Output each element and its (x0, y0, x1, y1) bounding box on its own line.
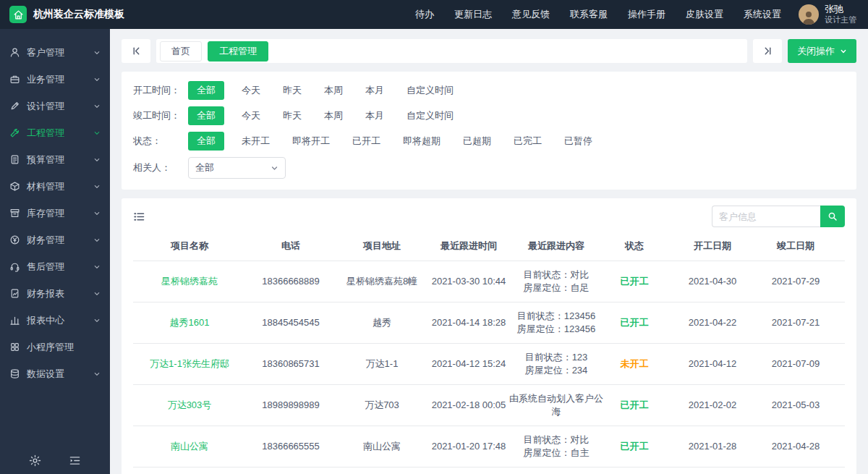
filter-option-finish-time[interactable]: 自定义时间 (405, 106, 455, 125)
column-list-icon[interactable] (133, 211, 145, 223)
sidebar-item-design[interactable]: 设计管理 (0, 93, 110, 119)
column-header: 最近跟进内容 (509, 232, 603, 261)
close-operations-button[interactable]: 关闭操作 (788, 39, 856, 63)
address-cell: 越秀 (336, 302, 428, 343)
sidebar-item-finance-reports[interactable]: 财务报表 (0, 280, 110, 307)
filter-option-start-time[interactable]: 今天 (240, 81, 262, 100)
filter-option-status[interactable]: 即将超期 (401, 132, 442, 151)
filter-option-finish-time[interactable]: 全部 (188, 106, 224, 125)
app-header: 杭州装企云标准模板 待办更新日志意见反馈联系客服操作手册皮肤设置系统设置 张驰 … (0, 0, 868, 29)
sidebar-item-finance[interactable]: 财务管理 (0, 227, 110, 253)
app-logo-icon (9, 6, 27, 23)
filter-option-status[interactable]: 已超期 (461, 132, 493, 151)
nav-item-system-settings[interactable]: 系统设置 (744, 8, 781, 21)
table-row: 南山公寓18366665555南山公寓2021-01-20 17:48目前状态：… (133, 426, 845, 467)
user-menu[interactable]: 张驰 设计主管 (799, 4, 856, 25)
phone-cell: 18360865731 (246, 343, 336, 384)
sidebar-item-engineering[interactable]: 工程管理 (0, 119, 110, 146)
filter-option-finish-time[interactable]: 本周 (323, 106, 344, 125)
filter-option-status[interactable]: 已开工 (351, 132, 382, 151)
filter-option-start-time[interactable]: 本月 (364, 81, 386, 100)
filter-label-finish-time: 竣工时间： (133, 109, 188, 122)
start-date-cell: 2021-01-28 (665, 426, 760, 467)
sidebar-item-label: 工程管理 (27, 127, 64, 140)
filter-option-status[interactable]: 已完工 (512, 132, 543, 151)
filter-option-finish-time[interactable]: 昨天 (281, 106, 303, 125)
sidebar-item-inventory[interactable]: 库存管理 (0, 200, 110, 227)
project-name-link[interactable]: 越秀1601 (170, 317, 210, 328)
collapse-sidebar-icon[interactable] (69, 454, 81, 467)
user-role: 设计主管 (825, 15, 856, 25)
filter-option-finish-time[interactable]: 今天 (240, 106, 262, 125)
sidebar-item-label: 报表中心 (27, 314, 64, 327)
sidebar-item-label: 预算管理 (27, 153, 64, 166)
filter-option-start-time[interactable]: 自定义时间 (405, 81, 455, 100)
settings-gear-icon[interactable] (29, 454, 41, 467)
follow-time-cell: 2021-04-12 15:24 (428, 343, 509, 384)
start-date-cell: 2021-04-12 (665, 343, 760, 384)
inventory-icon (9, 208, 20, 219)
chevron-down-icon (93, 371, 101, 378)
sidebar-item-label: 售后管理 (27, 261, 64, 274)
filter-option-start-time[interactable]: 昨天 (281, 81, 303, 100)
tab-home[interactable]: 首页 (160, 41, 202, 62)
business-icon (9, 74, 20, 85)
project-name-link[interactable]: 万达1-1张先生府邸 (150, 358, 229, 369)
table-row: 万达303号18989898989万达7032021-02-18 00:05由系… (133, 384, 845, 426)
filter-option-start-time[interactable]: 全部 (188, 81, 224, 100)
phone-cell: 18989898989 (246, 384, 336, 426)
sidebar-footer (0, 454, 110, 467)
search-button[interactable] (820, 206, 845, 227)
tab-engineering[interactable]: 工程管理 (208, 41, 268, 62)
end-date-cell: 2021-07-29 (760, 261, 832, 302)
sidebar-item-budget[interactable]: 预算管理 (0, 146, 110, 173)
close-operations-label: 关闭操作 (797, 45, 835, 58)
nav-item-feedback[interactable]: 意见反馈 (512, 8, 550, 21)
start-date-cell: 2021-02-02 (665, 384, 760, 426)
filter-option-finish-time[interactable]: 本月 (364, 106, 386, 125)
project-name-link[interactable]: 万达303号 (168, 399, 212, 410)
sidebar-item-label: 数据设置 (27, 368, 64, 381)
filter-option-status[interactable]: 未开工 (240, 132, 271, 151)
nav-item-support[interactable]: 联系客服 (570, 8, 608, 21)
column-header: 最近跟进时间 (428, 232, 509, 261)
filter-option-status[interactable]: 全部 (188, 132, 224, 151)
chevron-down-icon (93, 49, 101, 56)
actual-start-date-cell (832, 426, 845, 467)
search-input[interactable] (712, 206, 820, 227)
filter-label-related-person: 相关人： (133, 161, 188, 174)
scroll-tabs-right-icon[interactable] (753, 39, 782, 63)
user-text: 张驰 设计主管 (825, 4, 856, 25)
table-scroll-area[interactable]: 项目名称电话项目地址最近跟进时间最近跟进内容状态开工日期竣工日期实际开工日期 星… (133, 232, 845, 474)
sidebar-item-customers[interactable]: 客户管理 (0, 39, 110, 66)
search-group (712, 206, 845, 227)
filter-row-status: 状态：全部未开工即将开工已开工即将超期已超期已完工已暂停 (133, 132, 845, 151)
nav-item-changelog[interactable]: 更新日志 (454, 8, 492, 21)
follow-content-cell: 目前状态：对比房屋定位：自足 (509, 261, 603, 302)
sidebar-item-label: 客户管理 (27, 46, 64, 59)
sidebar-item-data-settings[interactable]: 数据设置 (0, 360, 110, 387)
sidebar-item-label: 材料管理 (27, 180, 64, 193)
nav-item-manual[interactable]: 操作手册 (628, 8, 665, 21)
sidebar-item-mini-program[interactable]: 小程序管理 (0, 334, 110, 360)
sidebar-item-report-center[interactable]: 报表中心 (0, 307, 110, 334)
filter-label-start-time: 开工时间： (133, 84, 188, 97)
sidebar-item-aftersale[interactable]: 售后管理 (0, 253, 110, 280)
nav-item-todo[interactable]: 待办 (415, 8, 434, 21)
follow-content-cell: 目前状态：123房屋定位：234 (509, 343, 603, 384)
related-person-select[interactable]: 全部 (188, 157, 286, 179)
sidebar-item-materials[interactable]: 材料管理 (0, 173, 110, 200)
filter-option-status[interactable]: 即将开工 (291, 132, 331, 151)
related-person-value: 全部 (195, 161, 214, 174)
sidebar-item-business[interactable]: 业务管理 (0, 66, 110, 93)
nav-item-skin-settings[interactable]: 皮肤设置 (686, 8, 723, 21)
scroll-tabs-left-icon[interactable] (122, 39, 150, 63)
project-name-link[interactable]: 星桥锦绣嘉苑 (161, 276, 218, 287)
filter-option-status[interactable]: 已暂停 (563, 132, 594, 151)
budget-icon (9, 154, 20, 165)
project-name-link[interactable]: 南山公寓 (171, 441, 208, 452)
status-badge: 已开工 (621, 276, 649, 287)
start-date-cell: 2021-04-22 (665, 302, 760, 343)
filter-option-start-time[interactable]: 本周 (323, 81, 344, 100)
address-cell: 星桥锦绣嘉苑8幢 (336, 261, 428, 302)
